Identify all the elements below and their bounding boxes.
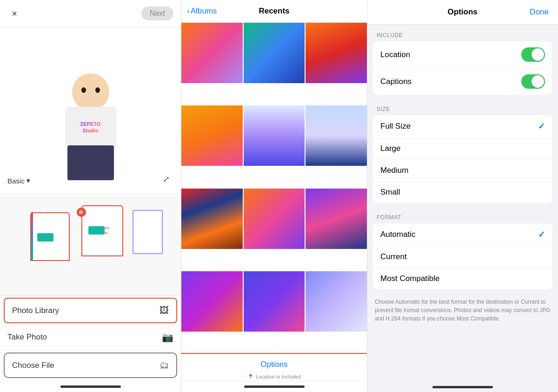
current-label: Current — [380, 252, 407, 261]
photo-library-panel: ‹ Albums Recents Options 📍 Location is I… — [181, 0, 367, 392]
options-header: Options Done — [367, 0, 558, 25]
location-toggle-knob — [531, 48, 544, 61]
folder-icon: 🗂 — [159, 360, 169, 371]
include-section-label: INCLUDE — [367, 25, 558, 41]
chevron-left-icon: ‹ — [187, 7, 190, 16]
photo-library-item[interactable]: Photo Library 🖼 — [4, 298, 177, 323]
format-group: Automatic ✓ Current Most Compatible — [373, 223, 552, 289]
avatar-head — [72, 73, 109, 111]
photo-5[interactable] — [244, 105, 305, 166]
take-photo-item[interactable]: Take Photo 📷 — [0, 325, 181, 350]
medium-row[interactable]: Medium — [373, 160, 552, 182]
avatar-image: ZEPETOStudio — [44, 46, 137, 176]
automatic-row[interactable]: Automatic ✓ — [373, 223, 552, 246]
choose-file-label: Choose File — [12, 361, 54, 370]
automatic-label: Automatic — [380, 230, 416, 239]
avatar-shirt: ZEPETOStudio — [65, 107, 116, 149]
photo-8[interactable] — [244, 189, 305, 249]
close-button[interactable]: × — [7, 7, 21, 20]
garment-teal-box2 — [37, 233, 53, 242]
home-bar-left — [60, 385, 121, 388]
home-indicator-middle — [181, 381, 367, 392]
location-pin-icon: 📍 — [247, 374, 254, 380]
options-panel: Options Done INCLUDE Location Captions S… — [367, 0, 558, 392]
home-bar-middle — [244, 385, 305, 388]
bottom-menu: Photo Library 🖼 Take Photo 📷 Choose File… — [0, 295, 181, 381]
photo-6[interactable] — [306, 105, 367, 166]
photo-9[interactable] — [306, 189, 367, 249]
most-compatible-label: Most Compatible — [380, 274, 440, 283]
location-row: Location — [373, 41, 552, 68]
photo-11[interactable] — [244, 271, 305, 332]
size-group: Full Size ✓ Large Medium Small — [373, 115, 552, 203]
garment-marker-r: R — [77, 208, 86, 217]
captions-label: Captions — [380, 77, 412, 86]
home-indicator-right — [367, 330, 558, 392]
size-section-label: SIZE — [367, 98, 558, 115]
camera-icon: 📷 — [162, 332, 173, 343]
captions-row: Captions — [373, 68, 552, 95]
avatar-header: × Next — [0, 0, 181, 27]
format-section-label: FORMAT — [367, 207, 558, 223]
format-description: Choose Automatic for the best format for… — [367, 293, 558, 330]
photo-grid — [181, 23, 367, 353]
large-row[interactable]: Large — [373, 138, 552, 160]
most-compatible-row[interactable]: Most Compatible — [373, 268, 552, 289]
garment-preview: ZEPETOStudio R — [0, 193, 181, 295]
photo-3[interactable] — [306, 23, 367, 83]
garment-side-piece — [133, 210, 163, 254]
options-button[interactable]: Options — [181, 355, 367, 374]
photo-4[interactable] — [181, 105, 243, 166]
current-row[interactable]: Current — [373, 246, 552, 268]
captions-toggle[interactable] — [521, 74, 545, 89]
back-button[interactable]: ‹ Albums — [187, 7, 217, 16]
expand-button[interactable]: ⤢ — [159, 172, 173, 187]
dropdown-icon: ▾ — [27, 176, 30, 185]
home-bar-right — [432, 386, 493, 388]
avatar-body: ZEPETOStudio — [60, 73, 121, 176]
small-row[interactable]: Small — [373, 182, 552, 203]
location-label: Location — [380, 50, 410, 59]
avatar-pants — [67, 145, 114, 180]
albums-label[interactable]: Albums — [191, 7, 217, 16]
automatic-check: ✓ — [538, 229, 545, 240]
photo-bottom-bar: Options 📍 Location is Included — [181, 353, 367, 381]
full-size-check: ✓ — [538, 121, 545, 131]
captions-toggle-knob — [531, 75, 544, 88]
choose-file-item[interactable]: Choose File 🗂 — [4, 353, 177, 378]
large-label: Large — [380, 144, 400, 153]
location-toggle[interactable] — [521, 47, 545, 62]
done-button[interactable]: Done — [530, 7, 549, 17]
zepeto-logo: ZEPETOStudio — [80, 121, 101, 133]
photo-2[interactable] — [244, 23, 305, 83]
avatar-eye-right — [95, 87, 100, 93]
include-group: Location Captions — [373, 41, 552, 95]
photo-10[interactable] — [181, 271, 243, 332]
location-notice: 📍 Location is Included — [247, 374, 301, 380]
take-photo-label: Take Photo — [7, 333, 47, 342]
medium-label: Medium — [380, 166, 408, 175]
photo-header: ‹ Albums Recents — [181, 0, 367, 23]
garment-line-left — [31, 212, 33, 261]
photo-1[interactable] — [181, 23, 243, 83]
basic-label[interactable]: Basic ▾ — [7, 176, 30, 185]
small-label: Small — [380, 188, 400, 197]
garment-canvas: ZEPETOStudio R — [21, 198, 160, 291]
photo-7[interactable] — [181, 189, 243, 249]
photo-library-label: Photo Library — [12, 306, 59, 315]
full-size-label: Full Size — [380, 122, 411, 131]
avatar-panel: × Next ZEPETOStudio — [0, 0, 181, 392]
home-indicator-left — [0, 381, 181, 392]
full-size-row[interactable]: Full Size ✓ — [373, 115, 552, 138]
garment-teal-box — [88, 226, 105, 235]
recents-title: Recents — [259, 7, 289, 16]
photo-library-icon: 🖼 — [159, 305, 169, 316]
avatar-area: ZEPETOStudio Basic ▾ ⤢ — [0, 27, 181, 193]
avatar-eye-left — [81, 87, 86, 93]
photo-12[interactable] — [306, 271, 367, 332]
next-button[interactable]: Next — [141, 7, 173, 20]
options-title: Options — [395, 7, 530, 17]
